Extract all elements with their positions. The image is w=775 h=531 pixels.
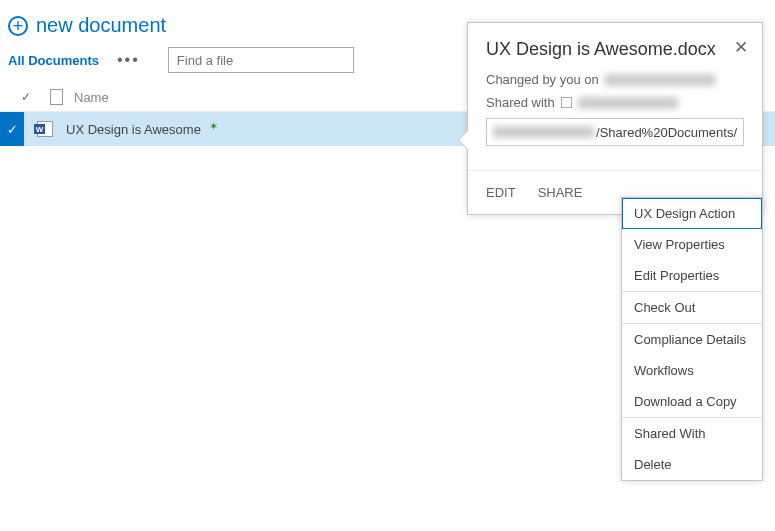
- callout-pointer-icon: [459, 131, 468, 149]
- changed-by-label: Changed by you on: [486, 72, 599, 87]
- file-icon: [50, 89, 63, 105]
- shared-with-label: Shared with: [486, 95, 555, 110]
- close-icon[interactable]: ✕: [734, 37, 748, 58]
- current-view-link[interactable]: All Documents: [8, 53, 99, 68]
- search-box[interactable]: [168, 47, 354, 73]
- checkbox-empty-icon: [561, 97, 572, 108]
- word-document-icon: W: [37, 121, 53, 137]
- edit-button[interactable]: EDIT: [486, 185, 516, 200]
- context-menu: UX Design Action View Properties Edit Pr…: [621, 197, 763, 481]
- menu-item-shared-with[interactable]: Shared With: [622, 418, 762, 449]
- item-callout: ✕ UX Design is Awesome.docx Changed by y…: [467, 22, 763, 215]
- shared-with-line: Shared with: [486, 95, 744, 110]
- new-document-label: new document: [36, 14, 166, 37]
- menu-item-download-a-copy[interactable]: Download a Copy: [622, 386, 762, 417]
- menu-item-check-out[interactable]: Check Out: [622, 292, 762, 323]
- check-icon: ✓: [21, 90, 31, 104]
- menu-item-compliance-details[interactable]: Compliance Details: [622, 324, 762, 355]
- document-title[interactable]: UX Design is Awesome: [66, 122, 201, 137]
- type-column[interactable]: [38, 89, 74, 105]
- search-input[interactable]: [175, 52, 347, 69]
- menu-item-ux-design-action[interactable]: UX Design Action: [622, 198, 762, 229]
- share-button[interactable]: SHARE: [538, 185, 583, 200]
- row-selected-check[interactable]: ✓: [0, 112, 24, 146]
- plus-circle-icon: +: [8, 16, 28, 36]
- menu-item-view-properties[interactable]: View Properties: [622, 229, 762, 260]
- changed-date-redacted: [605, 74, 715, 86]
- url-path-visible: /Shared%20Documents/: [596, 125, 737, 140]
- name-column-header[interactable]: Name: [74, 90, 334, 105]
- menu-item-delete[interactable]: Delete: [622, 449, 762, 480]
- shared-with-redacted: [578, 97, 678, 109]
- callout-title: UX Design is Awesome.docx: [486, 39, 716, 60]
- menu-item-edit-properties[interactable]: Edit Properties: [622, 260, 762, 291]
- view-more-icon[interactable]: •••: [117, 51, 140, 69]
- new-item-indicator-icon: ✶: [209, 120, 218, 132]
- document-url-box[interactable]: /Shared%20Documents/: [486, 118, 744, 146]
- changed-by-line: Changed by you on: [486, 72, 744, 87]
- select-all-column[interactable]: ✓: [14, 90, 38, 104]
- url-host-redacted: [493, 126, 594, 138]
- menu-item-workflows[interactable]: Workflows: [622, 355, 762, 386]
